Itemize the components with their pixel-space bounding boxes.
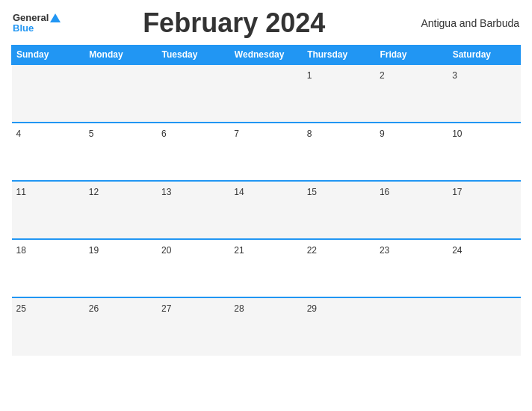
header-tuesday: Tuesday [157,46,229,65]
week-row-2: 45678910 [12,123,521,181]
day-cell-4-0: 18 [12,239,84,297]
day-number: 26 [89,303,99,314]
day-cell-5-2: 27 [157,297,229,356]
day-cell-4-2: 20 [157,239,229,297]
day-cell-4-5: 23 [375,239,448,297]
day-number: 2 [380,70,385,81]
day-number: 25 [16,303,26,314]
day-cell-1-3 [229,64,302,123]
week-row-3: 11121314151617 [12,181,521,239]
calendar-grid: Sunday Monday Tuesday Wednesday Thursday… [11,45,521,356]
week-row-4: 18192021222324 [12,239,521,297]
day-cell-2-4: 8 [303,123,375,181]
country-name: Antigua and Barbuda [407,17,519,29]
day-number: 9 [380,129,385,139]
day-number: 1 [307,70,312,81]
header-sunday: Sunday [12,46,84,65]
day-cell-2-6: 10 [448,123,520,181]
day-number: 4 [16,129,22,139]
header-monday: Monday [84,46,157,65]
day-cell-3-5: 16 [375,181,448,239]
day-number: 15 [307,187,317,197]
day-cell-2-5: 9 [375,123,448,181]
logo-general-text: General [13,13,61,23]
day-number: 6 [161,129,167,139]
day-header-row: Sunday Monday Tuesday Wednesday Thursday… [12,46,521,65]
day-number: 10 [452,129,462,139]
logo-triangle-icon [50,13,61,22]
day-cell-1-4: 1 [303,64,375,123]
day-cell-4-6: 24 [448,239,520,297]
day-cell-4-4: 22 [303,239,375,297]
week-row-1: 123 [12,64,521,123]
logo-blue-text: Blue [13,23,34,34]
day-number: 18 [16,245,26,256]
day-number: 21 [234,245,244,256]
day-number: 24 [452,245,462,256]
day-cell-2-1: 5 [84,123,157,181]
day-number: 29 [307,303,317,314]
day-cell-1-2 [157,64,229,123]
header-thursday: Thursday [303,46,375,65]
day-cell-5-4: 29 [303,297,375,356]
day-cell-5-3: 28 [229,297,302,356]
day-cell-5-6 [448,297,520,356]
day-number: 17 [452,187,462,197]
day-number: 19 [89,245,99,256]
day-number: 11 [16,187,26,197]
week-row-5: 2526272829 [12,297,521,356]
day-cell-3-2: 13 [157,181,229,239]
day-number: 22 [307,245,317,256]
header-wednesday: Wednesday [229,46,302,65]
day-cell-1-0 [12,64,84,123]
day-number: 12 [89,187,99,197]
day-cell-5-5 [375,297,448,356]
day-cell-3-0: 11 [12,181,84,239]
day-number: 3 [452,70,457,81]
day-number: 5 [89,129,94,139]
day-cell-3-4: 15 [303,181,375,239]
day-cell-5-1: 26 [84,297,157,356]
day-number: 28 [234,303,244,314]
day-cell-1-1 [84,64,157,123]
day-number: 27 [161,303,171,314]
day-number: 23 [380,245,389,256]
day-cell-1-5: 2 [375,64,448,123]
day-cell-4-1: 19 [84,239,157,297]
calendar-header: General Blue February 2024 Antigua and B… [11,7,521,39]
day-cell-2-0: 4 [12,123,84,181]
month-title: February 2024 [61,7,407,39]
day-cell-3-6: 17 [448,181,520,239]
header-friday: Friday [375,46,448,65]
day-cell-2-3: 7 [229,123,302,181]
day-cell-4-3: 21 [229,239,302,297]
day-number: 8 [307,129,312,139]
day-cell-3-3: 14 [229,181,302,239]
day-cell-2-2: 6 [157,123,229,181]
calendar-container: General Blue February 2024 Antigua and B… [0,0,532,411]
day-cell-3-1: 12 [84,181,157,239]
day-cell-1-6: 3 [448,64,520,123]
day-number: 13 [161,187,171,197]
day-cell-5-0: 25 [12,297,84,356]
day-number: 20 [161,245,171,256]
day-number: 7 [234,129,239,139]
logo: General Blue [13,13,61,34]
day-number: 16 [380,187,389,197]
header-saturday: Saturday [448,46,520,65]
day-number: 14 [234,187,244,197]
